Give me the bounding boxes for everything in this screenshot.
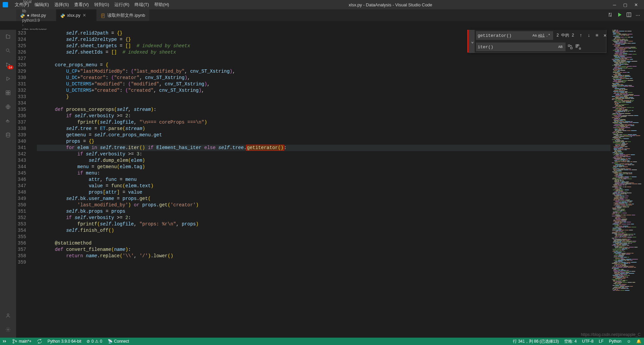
match-case-icon[interactable]: Aa (531, 32, 538, 39)
line-number: 346 (16, 177, 31, 183)
language-mode-status[interactable]: Python (606, 339, 624, 344)
code-line[interactable]: U_DCTERMS+"modified": ("modified", cnv_S… (37, 81, 610, 87)
code-line[interactable]: if menu: (37, 170, 610, 177)
line-number: 351 (16, 208, 31, 215)
menu-item[interactable]: 运行(R) (112, 0, 132, 9)
menu-item[interactable]: 帮助(H) (152, 0, 172, 9)
git-branch-status[interactable]: main*+ (9, 339, 34, 344)
code-line[interactable] (37, 56, 610, 62)
code-line[interactable] (37, 100, 610, 107)
code-line[interactable]: if self.verbosity >= 2: (37, 113, 610, 119)
code-line[interactable]: def process_coreprops(self, stream): (37, 107, 610, 113)
notifications-icon[interactable]: 🔔 (634, 339, 644, 344)
indentation-status[interactable]: 空格: 4 (561, 339, 579, 344)
code-line[interactable]: self.bk.props = props (37, 208, 610, 215)
code-line[interactable]: if self.verbosity >= 2: (37, 215, 610, 221)
code-line[interactable]: for elem in self.tree.iter() if Element_… (37, 145, 610, 151)
menu-item[interactable]: 查看(V) (71, 0, 91, 9)
code-line[interactable]: core_props_menu = { (37, 62, 610, 68)
code-line[interactable]: fprintf(self.logfile, "props: %r\n", pro… (37, 221, 610, 227)
code-line[interactable]: } (37, 94, 610, 100)
code-line[interactable]: U_DC+"creator": ("creator", cnv_ST_Xstri… (37, 75, 610, 81)
replace-all-icon[interactable] (575, 44, 582, 50)
accounts-icon[interactable] (4, 312, 12, 320)
minimize-button[interactable]: ─ (612, 2, 617, 7)
svg-point-30 (13, 342, 14, 343)
line-number-gutter: 3233243253263273283293303313323333343353… (16, 30, 31, 338)
run-file-icon[interactable] (617, 12, 622, 18)
code-line[interactable]: value = func(elem.text) (37, 183, 610, 189)
code-line[interactable]: self.dump_elem(elem) (37, 157, 610, 164)
liveshare-status[interactable]: 📡 Connect (105, 339, 132, 344)
more-actions-icon[interactable]: ⋯ (636, 13, 640, 18)
preserve-case-icon[interactable]: AB (557, 44, 564, 50)
code-line[interactable]: self.finish_off() (37, 227, 610, 234)
feedback-icon[interactable]: ☺ (624, 339, 634, 344)
code-content[interactable]: self.relid2path = {} self.relid2reltype … (37, 30, 610, 338)
close-window-button[interactable]: ✕ (633, 2, 639, 7)
eol-status[interactable]: LF (596, 339, 606, 344)
code-line[interactable]: def convert_filename(name): (37, 247, 610, 253)
docker-icon[interactable] (4, 117, 12, 125)
toggle-replace-icon[interactable]: ⌄ (469, 30, 475, 53)
split-editor-icon[interactable] (626, 12, 632, 18)
code-line[interactable]: self.tree = ET.parse(stream) (37, 126, 610, 132)
code-line[interactable]: fprintf(self.logfile, "\n=== coreProps =… (37, 119, 610, 126)
run-debug-icon[interactable] (4, 75, 12, 83)
compare-changes-icon[interactable] (607, 12, 613, 18)
code-line[interactable] (37, 259, 610, 266)
code-line[interactable]: getmenu = self.core_props_menu.get (37, 132, 610, 138)
editor-tab[interactable]: xlsx.py✕ (56, 9, 97, 21)
menu-item[interactable]: 转到(G) (92, 0, 112, 9)
problems-status[interactable]: ⊘ 0 ⚠ 0 (84, 339, 105, 344)
editor-tab[interactable]: 读取外部文件.ipynb (97, 9, 150, 21)
line-number: 323 (16, 30, 31, 37)
remote-explorer-icon[interactable] (4, 103, 12, 111)
previous-match-icon[interactable]: ↑ (578, 32, 584, 39)
cursor-position-status[interactable]: 行 341，列 86 (已选择13) (510, 339, 561, 344)
source-control-icon[interactable]: 14 (4, 61, 12, 69)
remote-indicator[interactable] (0, 338, 9, 345)
match-whole-word-icon[interactable]: Abl (538, 32, 545, 39)
maximize-button[interactable]: ▢ (623, 2, 628, 7)
use-regex-icon[interactable]: .* (545, 32, 551, 39)
menu-item[interactable]: 终端(T) (132, 0, 152, 9)
code-line[interactable]: @staticmethod (37, 240, 610, 247)
code-line[interactable]: return name.replace('\\', '/').lower() (37, 253, 610, 259)
find-in-selection-icon[interactable]: ≡ (594, 32, 600, 39)
code-line[interactable]: menu = getmenu(elem.tag) (37, 164, 610, 170)
line-number: 352 (16, 215, 31, 221)
database-icon[interactable] (4, 131, 12, 139)
svg-rect-23 (568, 45, 570, 47)
sync-status[interactable] (34, 339, 45, 344)
extensions-icon[interactable] (4, 89, 12, 97)
code-line[interactable]: U_CP+"lastModifiedBy": ("last_modified_b… (37, 68, 610, 75)
status-bar: main*+ Python 3.9.0 64-bit ⊘ 0 ⚠ 0 📡 Con… (0, 338, 644, 345)
code-line[interactable]: props[attr] = value (37, 189, 610, 196)
code-line[interactable]: props = {} (37, 138, 610, 145)
replace-input[interactable] (478, 45, 557, 50)
next-match-icon[interactable]: ↓ (586, 32, 592, 39)
code-editor[interactable]: 3233243253263273283293303313323333343353… (16, 30, 644, 338)
breadcrumb-item[interactable]: .local (22, 0, 62, 4)
search-panel-icon[interactable] (4, 47, 12, 55)
explorer-icon[interactable] (4, 32, 12, 41)
encoding-status[interactable]: UTF-8 (579, 339, 596, 344)
svg-point-22 (7, 329, 9, 330)
code-line[interactable]: attr, func = menu (37, 177, 610, 183)
code-line[interactable]: 'last_modified_by') or props.get('creato… (37, 202, 610, 208)
code-line[interactable]: if self.verbosity >= 3: (37, 151, 610, 157)
breadcrumb-item[interactable]: python3.9 (22, 18, 62, 23)
code-line[interactable]: self.bk.user_name = props.get( (37, 196, 610, 202)
replace-one-icon[interactable] (567, 44, 574, 50)
minimap[interactable] (610, 30, 644, 338)
close-find-icon[interactable]: ✕ (602, 32, 608, 39)
python-interpreter-status[interactable]: Python 3.9.0 64-bit (45, 339, 84, 344)
breadcrumb-item[interactable]: lib (22, 9, 62, 13)
code-line[interactable] (37, 234, 610, 240)
code-line[interactable]: U_DCTERMS+"created": ("created", cnv_ST_… (37, 87, 610, 94)
settings-gear-icon[interactable] (4, 326, 12, 334)
find-input[interactable] (478, 33, 531, 38)
close-tab-icon[interactable]: ✕ (83, 13, 87, 18)
folding-strip[interactable] (31, 30, 37, 338)
